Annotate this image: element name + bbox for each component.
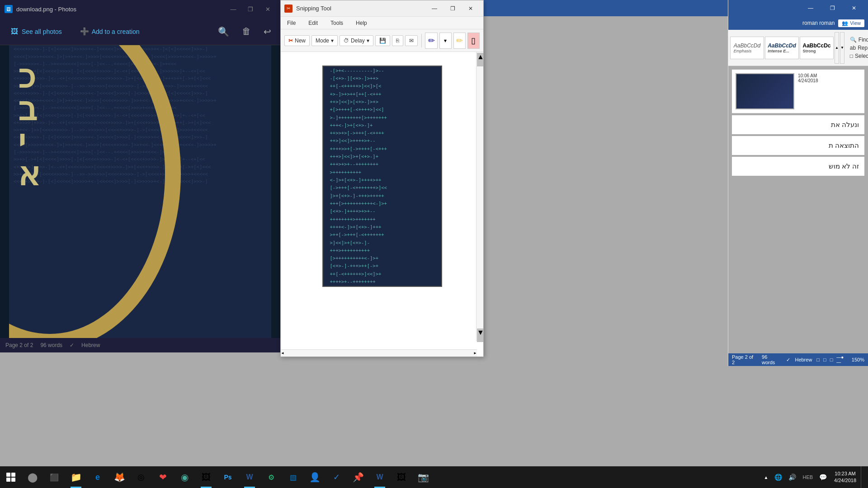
word-find-replace-group: 🔍 Find ab Replace □ Select bbox=[850, 37, 868, 59]
style-emphasis-preview: AaBbCcDd bbox=[734, 42, 760, 49]
snipping-close-button[interactable]: ✕ bbox=[462, 0, 480, 17]
mode-dropdown-arrow: ▾ bbox=[331, 38, 334, 44]
scissors-icon: ✂ bbox=[288, 38, 293, 44]
word-replace-button[interactable]: ab Replace bbox=[850, 45, 868, 51]
word-panel-minimize[interactable]: — bbox=[800, 0, 821, 16]
snipping-minimize-button[interactable]: — bbox=[425, 0, 443, 17]
share-icon: 👥 bbox=[842, 20, 848, 26]
email-icon: ✉ bbox=[409, 38, 414, 44]
style-intense-label: Intense E... bbox=[768, 49, 796, 53]
images-icon: 🖼 bbox=[397, 472, 406, 483]
images-button[interactable]: 🖼 bbox=[391, 466, 412, 488]
sticky-notes-button[interactable]: 📌 bbox=[347, 466, 369, 488]
snipping-horizontal-scrollbar[interactable]: ◄ ► bbox=[281, 349, 477, 357]
photos-grid-icon: 🖼 bbox=[10, 27, 19, 36]
snipping-highlighter-button[interactable]: ✏ bbox=[453, 33, 466, 49]
word-style-intense[interactable]: AaBbCcDd Intense E... bbox=[765, 37, 799, 59]
task-view-icon: ⬛ bbox=[50, 473, 59, 482]
tray-expand-button[interactable]: ▲ bbox=[761, 466, 771, 488]
chrome-button[interactable]: ◎ bbox=[130, 466, 152, 488]
snipping-mode-button[interactable]: Mode ▾ bbox=[311, 35, 338, 46]
word-thumbnail-container: 10:06 AM 4/24/2018 bbox=[736, 73, 861, 109]
snipping-menu-help[interactable]: Help bbox=[353, 18, 370, 28]
photos-close-button[interactable]: ✕ bbox=[259, 1, 276, 17]
file-explorer-button[interactable]: 📁 bbox=[65, 466, 87, 488]
start-button[interactable] bbox=[0, 466, 22, 488]
zoom-slider[interactable]: —●— bbox=[836, 355, 848, 365]
word-taskbar-button[interactable]: W bbox=[239, 466, 260, 488]
snipping-menu-tools[interactable]: Tools bbox=[328, 18, 346, 28]
show-desktop-button[interactable] bbox=[861, 466, 864, 488]
snipping-canvas-area: ++++++++++ [>++++++++<-]>+[<+>-]-[>+<---… bbox=[281, 52, 483, 357]
app-person-button[interactable]: 👤 bbox=[304, 466, 326, 488]
snipping-menu-edit[interactable]: Edit bbox=[306, 18, 321, 28]
taskbar: ⬤ ⬛ 📁 e 🦊 ◎ ❤ ◉ 🖼 Ps W ⚙ ▧ 👤 ✓ 📌 W bbox=[0, 466, 868, 488]
snipping-copy-button[interactable]: ⎘ bbox=[392, 35, 403, 46]
clock-icon: ⏱ bbox=[344, 38, 349, 44]
tray-network-button[interactable]: 🌐 bbox=[772, 466, 785, 488]
snipping-menu-file[interactable]: File bbox=[284, 18, 298, 28]
word-hebrew-text-3: זה לא מוש bbox=[737, 162, 859, 170]
taskbar-item-7[interactable]: ❤ bbox=[152, 466, 174, 488]
cortana-button[interactable]: ⬤ bbox=[22, 466, 43, 488]
view-read-icon[interactable]: □ bbox=[823, 357, 826, 362]
snipping-eraser-button[interactable]: ▯ bbox=[467, 33, 480, 49]
word-panel-close[interactable]: ✕ bbox=[844, 0, 864, 16]
snipping-email-button[interactable]: ✉ bbox=[405, 35, 418, 46]
copy-icon: ⎘ bbox=[396, 38, 399, 44]
edit-button[interactable]: ↩ bbox=[260, 24, 275, 39]
photos-minimize-button[interactable]: — bbox=[225, 1, 241, 17]
word-style-strong[interactable]: AaBbCcDc Strong bbox=[800, 37, 834, 59]
word-thumbnail-info: 10:06 AM 4/24/2018 bbox=[798, 73, 818, 109]
ribbon-scroll-down[interactable]: ▼ bbox=[840, 32, 844, 64]
word-find-button[interactable]: 🔍 Find bbox=[850, 37, 868, 43]
camera-button[interactable]: 📷 bbox=[412, 466, 434, 488]
snipping-delay-button[interactable]: ⏱ Delay ▾ bbox=[340, 35, 373, 46]
tray-volume-button[interactable]: 🔊 bbox=[786, 466, 799, 488]
word-share-button[interactable]: 👥 View bbox=[838, 19, 864, 27]
tray-language-indicator[interactable]: HEB bbox=[800, 474, 816, 480]
zoom-button[interactable]: 🔍 bbox=[214, 24, 233, 39]
firefox-icon: 🦊 bbox=[114, 472, 125, 483]
snipping-pen-button[interactable]: ✏ bbox=[425, 33, 437, 49]
edge-button[interactable]: e bbox=[87, 466, 108, 488]
word-statusbar-right: □ □ □ —●— 150% bbox=[816, 355, 864, 365]
ribbon-scroll-up[interactable]: ▲ bbox=[835, 32, 839, 64]
snipping-pen-dropdown[interactable]: ▾ bbox=[439, 33, 452, 49]
snipping-new-button[interactable]: ✂ New bbox=[284, 35, 310, 46]
snipping-restore-button[interactable]: ❐ bbox=[443, 0, 462, 17]
delete-button[interactable]: 🗑 bbox=[238, 24, 255, 39]
see-all-photos-button[interactable]: 🖼 See all photos bbox=[5, 24, 66, 39]
word-text-section-3: זה לא מוש bbox=[732, 157, 864, 176]
task-view-button[interactable]: ⬛ bbox=[43, 466, 65, 488]
view-normal-icon[interactable]: □ bbox=[816, 357, 820, 362]
word-page-thumbnail bbox=[736, 73, 794, 109]
view-web-icon[interactable]: □ bbox=[830, 357, 833, 362]
todo-button[interactable]: ✓ bbox=[326, 466, 347, 488]
firefox-button[interactable]: 🦊 bbox=[108, 466, 130, 488]
style-strong-preview: AaBbCcDc bbox=[802, 42, 830, 49]
word2-taskbar-button[interactable]: W bbox=[369, 466, 391, 488]
word-style-emphasis[interactable]: AaBbCcDd Emphasis bbox=[730, 37, 764, 59]
add-to-creation-button[interactable]: ➕ Add to a creation bbox=[75, 24, 144, 39]
pycharm-button[interactable]: ⚙ bbox=[260, 466, 282, 488]
clock-date: 4/24/2018 bbox=[834, 477, 856, 484]
word-panel-controls: — ❐ ✕ bbox=[800, 0, 864, 16]
word-hebrew-text-1: ונעלה את bbox=[737, 121, 859, 129]
photoshop-button[interactable]: Ps bbox=[217, 466, 239, 488]
system-clock[interactable]: 10:23 AM 4/24/2018 bbox=[830, 470, 860, 484]
snipping-save-button[interactable]: 💾 bbox=[375, 35, 390, 46]
snipping-title: Snipping Tool bbox=[296, 5, 422, 12]
photos-maximize-button[interactable]: ❐ bbox=[242, 1, 259, 17]
photos-title: download.png - Photos bbox=[16, 6, 76, 13]
taskbar-item-8[interactable]: ◉ bbox=[174, 466, 195, 488]
vscode-button[interactable]: ▧ bbox=[282, 466, 304, 488]
word2-taskbar-icon: W bbox=[376, 473, 383, 481]
tray-notifications[interactable]: 💬 bbox=[816, 466, 830, 488]
photos-taskbar-button[interactable]: 🖼 bbox=[195, 466, 217, 488]
word-panel-restore[interactable]: ❐ bbox=[822, 0, 843, 16]
word-select-button[interactable]: □ Select bbox=[850, 53, 868, 59]
photos-page-info: Page 2 of 2 bbox=[5, 342, 33, 348]
snipping-vertical-scrollbar[interactable]: ▲ ▼ bbox=[476, 52, 483, 341]
clock-time: 10:23 AM bbox=[834, 470, 856, 477]
